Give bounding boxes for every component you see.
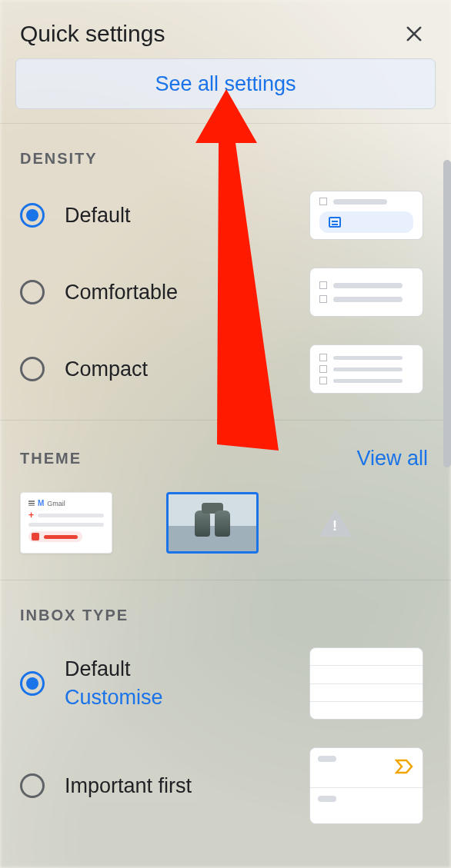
gmail-wordmark: Gmail [47,500,65,507]
radio-selected-icon[interactable] [20,671,45,696]
theme-thumbnails: M Gmail + [20,492,428,554]
radio-unselected-icon[interactable] [20,773,45,798]
see-all-settings-wrap: See all settings [0,58,451,124]
important-marker-icon [395,759,413,774]
section-title-density: DENSITY [20,150,451,168]
density-preview-compact [309,344,423,394]
warning-icon [319,509,352,537]
density-option-comfortable[interactable]: Comfortable [20,268,451,317]
radio-selected-icon[interactable] [20,203,45,228]
inbox-preview-default [309,647,423,720]
close-button[interactable] [400,20,428,48]
section-density: DENSITY Default Comfortable Compact [0,124,451,421]
inbox-label: Default [65,657,163,681]
inbox-option-important-first[interactable]: Important first [20,747,451,824]
section-theme: THEME View all M Gmail + [0,421,451,580]
scrollbar-thumb[interactable] [443,160,451,467]
inbox-label: Important first [65,774,192,798]
quick-settings-panel: Quick settings See all settings DENSITY … [0,0,451,868]
density-label: Comfortable [65,281,178,304]
radio-unselected-icon[interactable] [20,280,45,304]
gmail-logo-icon: M [38,499,44,507]
density-label: Compact [65,358,148,381]
density-option-compact[interactable]: Compact [20,344,451,394]
close-icon [403,23,425,45]
density-label: Default [65,204,131,228]
panel-title: Quick settings [20,21,165,47]
binoculars-icon [195,503,230,543]
inbox-option-default[interactable]: Default Customise [20,647,451,720]
quick-settings-header: Quick settings [0,0,451,58]
inbox-customise-link[interactable]: Customise [65,686,163,710]
plus-icon: + [28,512,34,518]
radio-unselected-icon[interactable] [20,357,45,381]
theme-view-all-link[interactable]: View all [356,447,428,471]
theme-thumb-selected[interactable] [166,492,259,554]
menu-icon [28,501,35,506]
list-icon [329,217,341,228]
density-preview-default [309,191,423,240]
density-option-default[interactable]: Default [20,191,451,240]
section-title-theme: THEME [20,450,82,467]
theme-thumb-default[interactable]: M Gmail + [20,492,112,554]
section-inbox-type: INBOX TYPE Default Customise Important f… [0,580,451,824]
inbox-preview-important [309,747,423,824]
density-preview-comfortable [309,268,423,317]
see-all-settings-button[interactable]: See all settings [15,58,436,109]
theme-thumb-unavailable[interactable] [312,500,359,546]
section-title-inbox: INBOX TYPE [20,607,451,624]
